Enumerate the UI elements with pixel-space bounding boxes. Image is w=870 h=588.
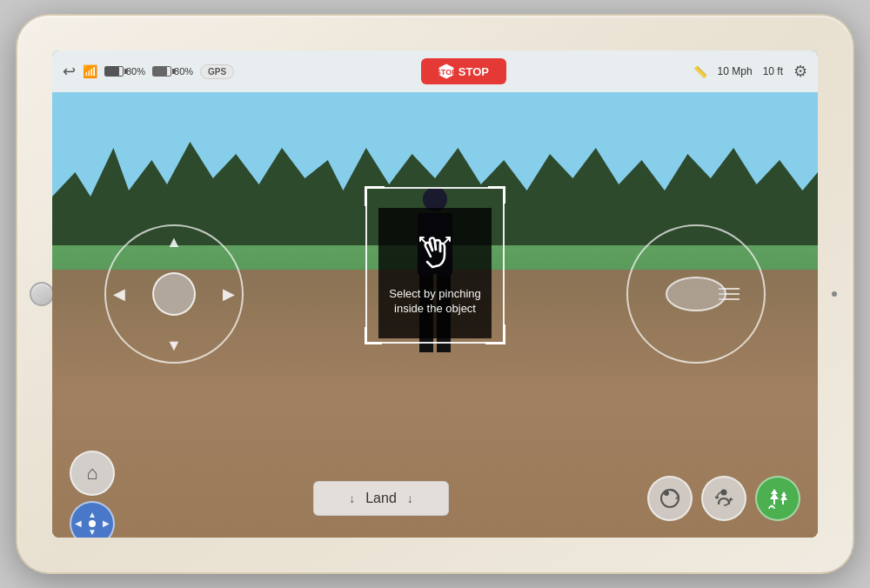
- orbit-icon: [659, 487, 681, 510]
- status-bar-right: 📏 10 Mph 10 ft ⚙: [693, 62, 807, 81]
- battery1-status: 80%: [104, 66, 145, 77]
- follow-person-icon: [713, 487, 735, 510]
- wifi-icon: 📶: [83, 64, 97, 78]
- tablet-frame: ↩ 📶 80% 80% GPS S: [17, 16, 853, 572]
- stop-button[interactable]: STOP STOP: [421, 58, 506, 84]
- pinch-instruction-box[interactable]: Select by pinching inside the object: [378, 208, 492, 338]
- back-icon[interactable]: ↩: [63, 62, 76, 81]
- dpad-up-arrow: ▲: [88, 511, 97, 519]
- joystick-left-arrow: ◀: [113, 284, 125, 304]
- battery2-status: 80%: [152, 66, 193, 77]
- dpad-down-arrow: ▼: [88, 528, 97, 537]
- right-joystick[interactable]: [626, 224, 766, 364]
- joystick-up-arrow: ▲: [166, 233, 182, 251]
- speed-label: 10 Mph: [718, 65, 753, 77]
- land-arrow-right: ↓: [407, 491, 413, 505]
- bottom-center-controls: ↓ Land ↓: [115, 481, 647, 516]
- home-icon: ⌂: [86, 462, 97, 484]
- follow-button[interactable]: [701, 476, 746, 521]
- dpad-center-dot: [89, 520, 96, 527]
- trees-button[interactable]: [755, 476, 800, 521]
- camera-dot: [832, 291, 837, 297]
- distance-label: 10 ft: [763, 65, 783, 77]
- home-button[interactable]: [30, 282, 54, 306]
- dpad-left-arrow: ◀: [75, 519, 82, 528]
- land-label: Land: [365, 491, 397, 506]
- stop-label: STOP: [458, 65, 489, 78]
- joystick-right-arrow: ▶: [223, 284, 235, 304]
- dpad-control[interactable]: ▲ ◀ ▶ ▼: [70, 501, 115, 538]
- pinch-instruction-text: Select by pinching inside the object: [389, 287, 481, 317]
- gps-label: GPS: [208, 67, 226, 77]
- bottom-right-controls: [647, 476, 800, 521]
- trees-icon: [766, 487, 789, 510]
- battery1-label: 80%: [126, 66, 145, 77]
- pinch-gesture-icon: [413, 231, 457, 280]
- right-joystick-knob: [666, 277, 726, 311]
- land-arrow-left: ↓: [349, 491, 355, 505]
- dpad-arrows-group: ▲ ◀ ▶ ▼: [75, 511, 110, 537]
- left-joystick[interactable]: ▲ ▼ ◀ ▶: [104, 224, 244, 364]
- bottom-controls: ⌂ ▲ ◀ ▶ ▼ ↓: [52, 459, 818, 538]
- home-button-control[interactable]: ⌂: [70, 451, 115, 496]
- svg-point-3: [664, 491, 669, 496]
- status-bar-center: STOP STOP: [241, 58, 686, 84]
- joystick-down-arrow: ▼: [166, 337, 182, 355]
- selection-corner-tr: [488, 186, 505, 204]
- battery2-label: 80%: [174, 66, 193, 77]
- screen: ↩ 📶 80% 80% GPS S: [52, 50, 818, 538]
- status-bar: ↩ 📶 80% 80% GPS S: [52, 50, 818, 92]
- bottom-left-controls: ⌂ ▲ ◀ ▶ ▼: [70, 451, 115, 538]
- joystick-center-knob: [152, 272, 196, 316]
- svg-text:STOP: STOP: [438, 68, 454, 77]
- stop-hexagon-icon: STOP: [438, 63, 454, 79]
- settings-gear-icon[interactable]: ⚙: [793, 62, 807, 81]
- gps-badge: GPS: [200, 64, 234, 79]
- pinch-svg-icon: [413, 231, 457, 274]
- orbit-button[interactable]: [647, 476, 693, 521]
- tape-measure-icon: 📏: [693, 65, 707, 78]
- dpad-right-arrow: ▶: [103, 519, 110, 528]
- land-button[interactable]: ↓ Land ↓: [313, 481, 449, 516]
